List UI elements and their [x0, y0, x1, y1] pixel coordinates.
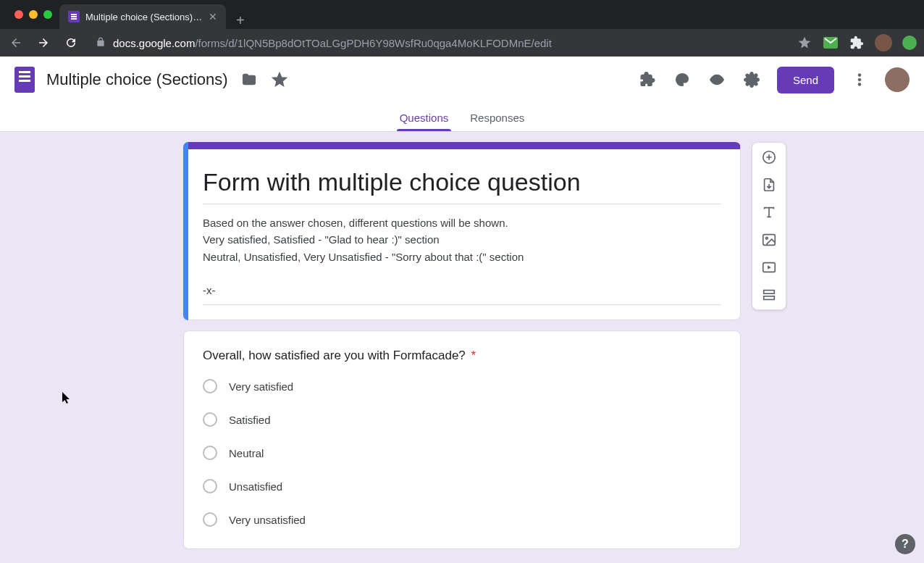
tab-close-icon[interactable]: ✕	[209, 11, 217, 22]
preview-eye-icon[interactable]	[707, 70, 726, 89]
svg-rect-17	[764, 296, 775, 300]
radio-icon[interactable]	[203, 479, 217, 493]
document-title[interactable]: Multiple choice (Sections)	[46, 70, 228, 89]
option-row[interactable]: Neutral	[203, 446, 721, 460]
address-bar[interactable]: docs.google.com/forms/d/1lQN5Bp8dOtTOaLG…	[90, 37, 786, 49]
svg-rect-1	[71, 16, 77, 17]
question-toolbar	[752, 142, 786, 310]
addons-icon[interactable]	[638, 70, 657, 89]
settings-gear-icon[interactable]	[742, 70, 761, 89]
help-button[interactable]: ?	[895, 534, 915, 554]
browser-tab[interactable]: Multiple choice (Sections) - Go ✕	[59, 4, 226, 29]
more-menu-icon[interactable]	[850, 70, 869, 89]
svg-rect-2	[71, 18, 77, 20]
svg-rect-16	[764, 291, 775, 294]
option-label: Neutral	[229, 447, 264, 459]
svg-point-14	[765, 237, 768, 239]
add-title-icon[interactable]	[760, 204, 778, 221]
option-row[interactable]: Unsatisfied	[203, 479, 721, 493]
radio-icon[interactable]	[203, 512, 217, 527]
svg-point-5	[680, 76, 681, 78]
svg-point-6	[684, 77, 685, 78]
radio-icon[interactable]	[203, 446, 217, 460]
svg-point-9	[858, 74, 861, 77]
svg-point-10	[858, 78, 861, 81]
move-to-folder-icon[interactable]	[240, 70, 259, 89]
star-document-icon[interactable]	[270, 70, 289, 89]
add-video-icon[interactable]	[760, 259, 778, 276]
svg-point-11	[858, 83, 861, 86]
add-section-icon[interactable]	[760, 286, 778, 304]
browser-forward-button[interactable]	[35, 34, 52, 51]
extensions-puzzle-icon[interactable]	[849, 35, 865, 51]
option-row[interactable]: Very satisfied	[203, 379, 721, 393]
browser-secondary-profile-icon[interactable]	[902, 36, 917, 50]
tab-responses[interactable]: Responses	[470, 112, 524, 131]
add-question-icon[interactable]	[760, 149, 778, 166]
url-path: /forms/d/1lQN5Bp8dOtTOaLGgPDH6Y98WsfRu0q…	[195, 37, 551, 49]
question-title[interactable]: Overall, how satisfied are you with Form…	[203, 349, 721, 363]
window-max-icon[interactable]	[43, 10, 52, 19]
browser-profile-avatar[interactable]	[875, 34, 892, 51]
window-min-icon[interactable]	[29, 10, 38, 19]
form-description[interactable]: Based on the answer chosen, different qu…	[203, 214, 721, 305]
svg-point-7	[715, 78, 719, 82]
option-label: Very unsatisfied	[229, 514, 306, 526]
account-avatar[interactable]	[885, 67, 910, 92]
new-tab-button[interactable]: +	[226, 12, 255, 29]
option-row[interactable]: Very unsatisfied	[203, 512, 721, 527]
url-domain: docs.google.com	[113, 37, 195, 49]
import-questions-icon[interactable]	[760, 176, 778, 193]
extension-gmail-icon[interactable]	[823, 35, 839, 51]
mouse-cursor-icon	[62, 391, 72, 407]
bookmark-star-icon[interactable]	[797, 35, 812, 51]
radio-icon[interactable]	[203, 379, 217, 393]
forms-logo-icon[interactable]	[14, 67, 35, 93]
question-title-text: Overall, how satisfied are you with Form…	[203, 349, 466, 362]
required-marker: *	[471, 349, 476, 362]
option-label: Unsatisfied	[229, 480, 282, 493]
customize-theme-icon[interactable]	[673, 70, 692, 89]
form-title[interactable]: Form with multiple choice question	[203, 168, 721, 204]
svg-point-4	[679, 78, 680, 80]
question-card[interactable]: Overall, how satisfied are you with Form…	[183, 330, 741, 549]
option-label: Very satisfied	[229, 380, 293, 393]
svg-rect-0	[71, 14, 77, 15]
tab-questions[interactable]: Questions	[400, 112, 449, 131]
forms-favicon-icon	[68, 11, 80, 22]
form-header-card[interactable]: Form with multiple choice question Based…	[183, 142, 741, 320]
option-row[interactable]: Satisfied	[203, 412, 721, 427]
svg-rect-13	[763, 235, 776, 246]
browser-back-button[interactable]	[7, 34, 25, 51]
browser-reload-button[interactable]	[62, 34, 80, 51]
add-image-icon[interactable]	[760, 231, 778, 249]
tab-title: Multiple choice (Sections) - Go	[85, 12, 203, 22]
radio-icon[interactable]	[203, 412, 217, 427]
lock-icon	[96, 37, 106, 49]
window-close-icon[interactable]	[14, 10, 23, 19]
option-label: Satisfied	[229, 414, 271, 426]
send-button[interactable]: Send	[777, 67, 834, 93]
